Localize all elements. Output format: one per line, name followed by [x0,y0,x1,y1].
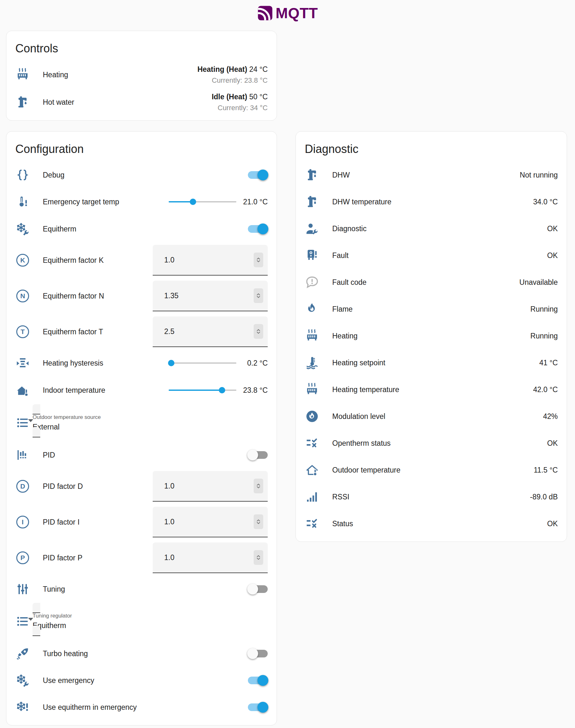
diagnostic-title: Diagnostic [296,132,567,161]
equitherm-toggle[interactable] [248,225,268,233]
config-row-equitherm-factor-k: K Equitherm factor K 1.0 [6,242,277,278]
equitherm-factor-k-input[interactable]: 1.0 [153,245,268,276]
climate-target: 24 °C [249,65,268,73]
format-list-icon [15,614,30,628]
diag-row-heating-temperature[interactable]: Heating temperature 42.0 °C [296,376,567,403]
sensor-label: RSSI [332,493,349,501]
heating-hysteresis-slider[interactable] [169,360,236,366]
diag-row-status[interactable]: Status OK [296,510,567,537]
dropdown-arrow-icon [28,618,33,621]
diag-row-flame[interactable]: Flame Running [296,296,567,323]
pid-factor-d-input[interactable]: 1.0 [153,471,268,502]
outdoor-temperature-source-select[interactable]: Outdoor temperature source External [33,404,268,437]
diag-row-fault[interactable]: Fault OK [296,242,567,269]
diag-row-fault-code[interactable]: Fault code Unavailable [296,269,567,296]
number-value: 1.0 [164,518,253,526]
home-thermometer-icon [15,384,30,398]
sensor-value: OK [547,224,558,233]
tuning-regulator-select[interactable]: Tuning regulator Equitherm [33,603,268,636]
diag-row-outdoor-temperature[interactable]: Outdoor temperature 11.5 °C [296,457,567,483]
diag-row-diagnostic[interactable]: Diagnostic OK [296,215,567,242]
diag-row-dhw[interactable]: DHW Not running [296,161,567,188]
number-stepper[interactable] [253,550,263,565]
pid-factor-i-input[interactable]: 1.0 [153,507,268,537]
diag-row-heating[interactable]: Heating Running [296,323,567,349]
alpha-t-circle-icon: T [15,325,30,338]
number-stepper[interactable] [253,288,263,303]
number-stepper[interactable] [253,479,263,493]
signal-icon [305,490,319,504]
setting-label: PID [43,451,55,460]
sensor-value: 11.5 °C [534,466,558,474]
sensor-label: Fault [332,251,348,260]
number-value: 1.35 [164,292,253,300]
message-alert-icon [305,275,319,289]
climate-state: Heating (Heat) 24 °C Currently: 23.8 °C [197,64,268,86]
setting-label: Heating hysteresis [43,359,103,367]
diagnostic-card: Diagnostic DHW Not running DHW temperatu… [296,131,567,542]
diag-row-dhw-temperature[interactable]: DHW temperature 34.0 °C [296,188,567,215]
diag-row-heating-setpoint[interactable]: Heating setpoint 41 °C [296,349,567,376]
dropdown-arrow-icon [28,419,33,422]
sensor-value: 34.0 °C [533,198,558,206]
equitherm-factor-t-input[interactable]: 2.5 [153,317,268,347]
sensor-value: 42% [543,412,558,421]
setting-label: PID factor P [43,554,82,562]
config-row-heating-hysteresis: Heating hysteresis 0.2 °C [6,350,277,377]
use-emergency-toggle[interactable] [248,676,268,685]
sensor-value: OK [547,519,558,528]
turbo-heating-toggle[interactable] [248,650,268,658]
sensor-label: Status [332,519,353,528]
setting-label: Turbo heating [43,650,88,658]
sensor-label: DHW [332,171,350,179]
mqtt-logo: MQTT [0,0,575,23]
alpha-k-circle-icon: K [15,254,30,267]
setting-label: PID factor D [43,482,83,491]
config-row-pid: PID [6,442,277,468]
number-stepper[interactable] [253,253,263,267]
setting-label: Debug [43,171,65,179]
water-pump-icon [15,95,30,109]
water-boiler-alert-icon [305,248,319,262]
slider-value: 21.0 °C [242,197,268,207]
diag-row-rssi[interactable]: RSSI -89.0 dB [296,483,567,510]
config-row-turbo-heating: Turbo heating [6,640,277,667]
list-status-icon [305,517,319,531]
sensor-label: Diagnostic [332,224,366,233]
hysteresis-icon [15,356,30,370]
controls-card: Controls Heating Heating (Heat) 24 °C Cu… [6,31,277,121]
climate-mode: Heating (Heat) [197,65,247,73]
climate-current: Currently: 34 °C [217,104,268,112]
use-equitherm-in-emergency-toggle[interactable] [248,703,268,712]
pid-toggle[interactable] [248,451,268,459]
setting-label: Use emergency [43,676,94,685]
config-row-tuning: Tuning [6,576,277,603]
number-value: 1.0 [164,256,253,264]
config-row-equitherm-factor-n: N Equitherm factor N 1.35 [6,278,277,314]
code-braces-icon [15,168,30,182]
mqtt-logo-text: MQTT [276,4,318,22]
emergency-target-temp-slider[interactable] [169,198,236,205]
heating-climate-row[interactable]: Heating Heating (Heat) 24 °C Currently: … [6,61,277,88]
tuning-toggle[interactable] [248,585,268,593]
config-row-pid-factor-p: P PID factor P 1.0 [6,540,277,576]
number-stepper[interactable] [253,514,263,529]
sensor-label: Heating setpoint [332,359,385,367]
sensor-label: Heating [332,332,358,340]
configuration-title: Configuration [6,132,277,161]
sensor-value: OK [547,251,558,260]
tune-vertical-icon [15,582,30,596]
debug-toggle[interactable] [248,171,268,179]
indoor-temperature-slider[interactable] [169,387,236,393]
diag-row-opentherm-status[interactable]: Opentherm status OK [296,430,567,457]
diag-row-modulation-level[interactable]: Modulation level 42% [296,403,567,430]
climate-target: 50 °C [249,93,268,101]
number-stepper[interactable] [253,324,263,339]
radiator-icon [305,383,319,397]
pid-factor-p-input[interactable]: 1.0 [153,543,268,573]
water-pump-icon [305,168,319,182]
hot-water-climate-row[interactable]: Hot water Idle (Heat) 50 °C Currently: 3… [6,88,277,116]
config-row-equitherm-factor-t: T Equitherm factor T 2.5 [6,314,277,350]
snowflake-wrench-icon [15,222,30,236]
equitherm-factor-n-input[interactable]: 1.35 [153,281,268,311]
